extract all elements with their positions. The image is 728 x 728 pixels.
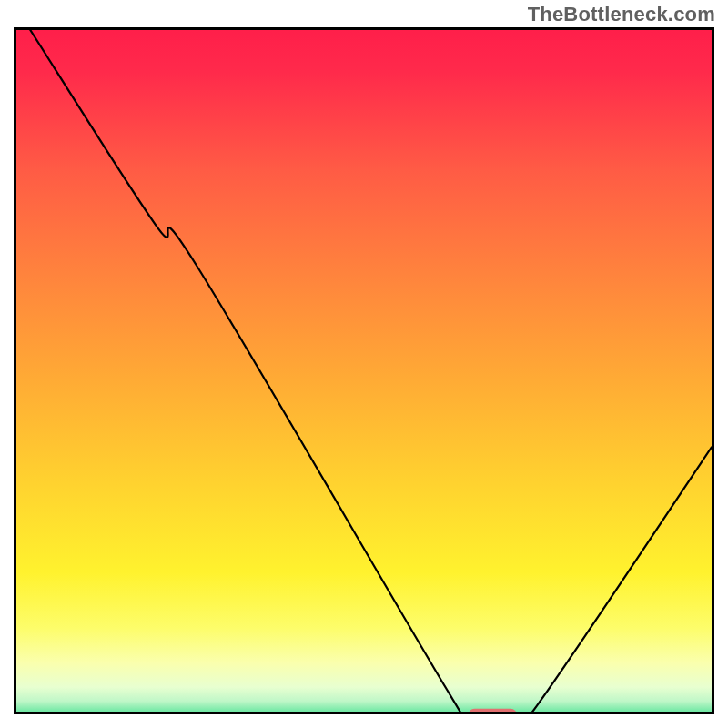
chart-container: TheBottleneck.com: [0, 0, 728, 728]
watermark-text: TheBottleneck.com: [528, 3, 715, 26]
bottleneck-curve: [30, 30, 712, 714]
plot-area: [14, 27, 714, 714]
optimal-range-marker: [469, 709, 517, 714]
curve-layer: [16, 30, 712, 714]
